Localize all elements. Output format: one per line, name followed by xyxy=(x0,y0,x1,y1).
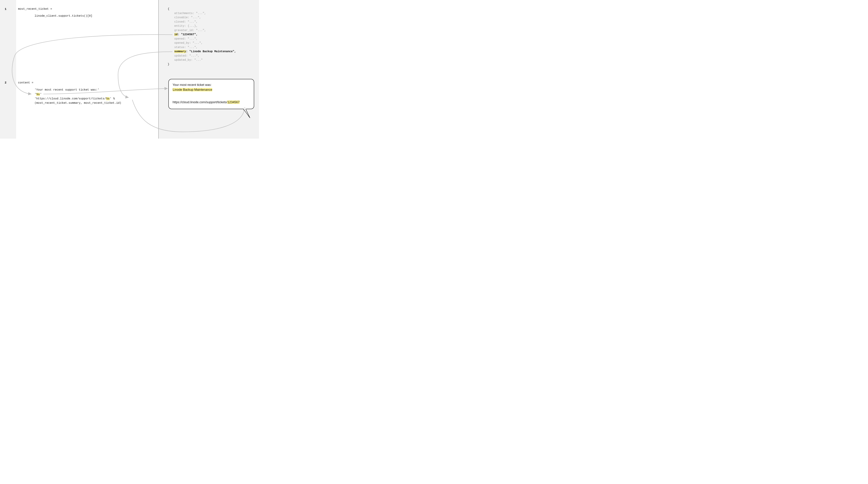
bubble-url-prefix: https://cloud.linode.com/support/tickets… xyxy=(173,100,227,104)
json-brace-close: } xyxy=(168,62,236,67)
code-text: ' xyxy=(35,93,36,96)
code-text: 'https://cloud.linode.com/support/ticket… xyxy=(35,97,106,100)
json-id-line: id: "1234567", xyxy=(174,32,236,37)
step-number-1: 1 xyxy=(5,7,6,11)
json-dim-line: opened: "...", xyxy=(174,37,236,41)
output-bubble: Your most recent ticket was: Linode Back… xyxy=(168,79,254,109)
code-step1-assign: most_recent_ticket = xyxy=(18,7,52,10)
json-value: : "1234567", xyxy=(178,33,197,36)
bubble-highlight-id: 1234567 xyxy=(227,100,240,104)
json-dim-line: closable: "...", xyxy=(174,15,236,20)
json-key-highlight: id xyxy=(174,33,178,36)
diagram-root: 1 most_recent_ticket = linode_client.sup… xyxy=(0,0,259,139)
bubble-highlight-summary: Linode Backup Maintenance xyxy=(173,88,212,91)
code-step2-line3: 'https://cloud.linode.com/support/ticket… xyxy=(35,97,115,100)
json-dim-line: gravatar_id: "...", xyxy=(174,28,236,33)
json-dim-line: attachments: "...", xyxy=(174,11,236,15)
json-key-highlight: summary xyxy=(174,50,186,53)
json-dim-line: opened_by: "...", xyxy=(174,41,236,45)
json-dim-line: status: "...", xyxy=(174,45,236,50)
json-value: : "Linode Backup Maintenance", xyxy=(186,50,236,53)
code-highlight: %s xyxy=(36,93,40,96)
code-step1-expr: linode_client.support.tickets()[0] xyxy=(35,14,92,18)
code-step2-line1: 'Your most recent support ticket was:' xyxy=(35,88,99,91)
code-step2-line4: (most_recent_ticket.summary, most_recent… xyxy=(35,101,121,105)
bubble-url-line: https://cloud.linode.com/support/tickets… xyxy=(173,100,250,105)
code-step2-assign: content = xyxy=(18,81,33,84)
json-summary-line: summary: "Linode Backup Maintenance", xyxy=(174,50,236,54)
left-gutter xyxy=(0,0,16,139)
json-dim-line: entity: {...}, xyxy=(174,24,236,28)
code-highlight: %s xyxy=(106,97,110,100)
code-text: ' xyxy=(40,93,42,96)
json-dim-line: closed: "...", xyxy=(174,20,236,24)
code-text: ' % xyxy=(110,97,115,100)
json-dim-line: updated_by: "..." xyxy=(174,58,236,62)
json-block: { attachments: "...", closable: "...", c… xyxy=(168,7,236,66)
json-dim-line: updated: "...", xyxy=(174,54,236,58)
json-brace-open: { xyxy=(168,7,236,11)
code-step2-line2: '%s' xyxy=(35,93,42,96)
bubble-line2: Linode Backup Maintenance xyxy=(173,87,250,92)
bubble-line1: Your most recent ticket was: xyxy=(173,83,250,87)
step-number-2: 2 xyxy=(5,81,6,84)
